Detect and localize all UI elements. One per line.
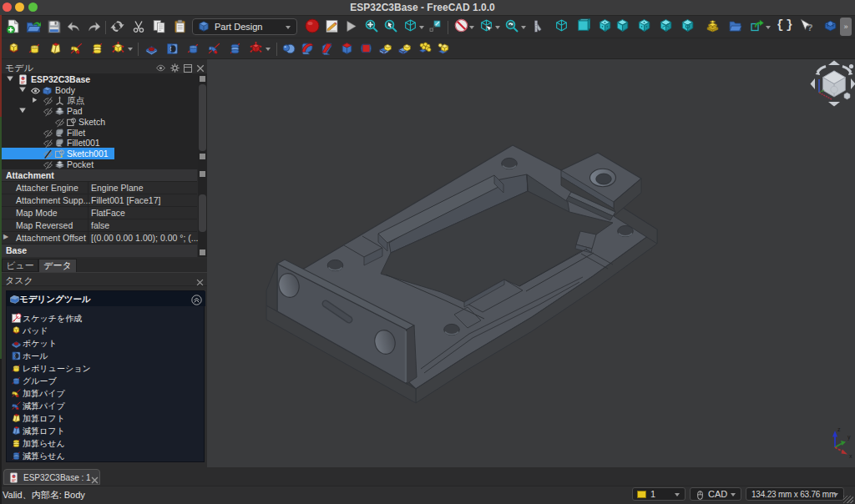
svg-text:y: y [847,434,851,441]
svg-text:z: z [837,426,841,432]
svg-text:?: ? [807,22,813,33]
svg-text:x: x [849,453,852,459]
